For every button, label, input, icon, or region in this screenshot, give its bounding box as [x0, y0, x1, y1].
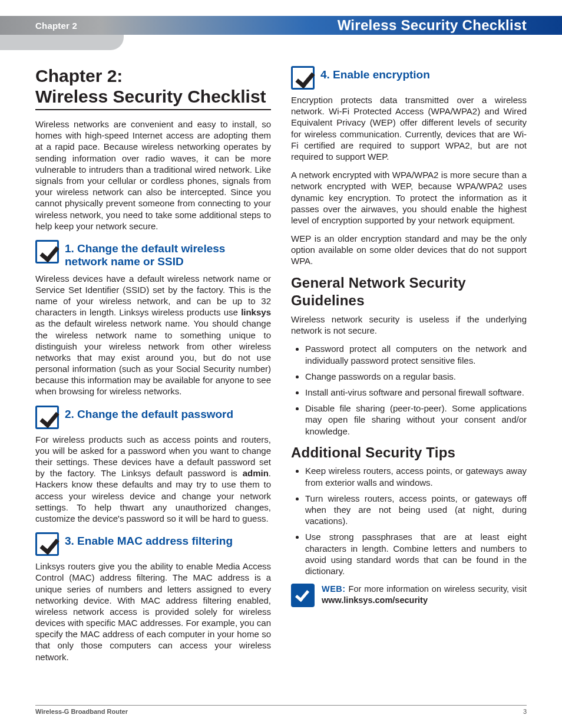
section-4-para-1: Encryption protects data transmitted ove…	[291, 94, 527, 162]
section-2-body: For wireless products such as access poi…	[35, 434, 271, 525]
web-link: www.linksys.com/security	[322, 595, 428, 605]
list-item: Keep wireless routers, access points, or…	[305, 465, 527, 487]
intro-paragraph: Wireless networks are convenient and eas…	[35, 118, 271, 232]
section-4-header: 4. Enable encryption	[291, 66, 527, 90]
page-footer: Wireless-G Broadband Router 3	[35, 705, 527, 715]
web-callout: WEB: For more information on wireless se…	[291, 584, 527, 612]
list-item: Use strong passphrases that are at least…	[305, 531, 527, 577]
list-item: Install anti-virus software and personal…	[305, 387, 527, 398]
footer-page-number: 3	[523, 708, 527, 715]
section-4-title: 4. Enable encryption	[320, 68, 430, 81]
header-chapter-label: Chapter 2	[0, 21, 77, 31]
checkmark-icon	[291, 66, 315, 90]
header-title: Wireless Security Checklist	[338, 17, 562, 34]
general-guidelines-heading: General Network Security Guidelines	[291, 274, 527, 310]
additional-tips-heading: Additional Security Tips	[291, 444, 527, 462]
general-guidelines-intro: Wireless network security is useless if …	[291, 314, 527, 336]
checkmark-icon	[35, 240, 59, 263]
checkmark-icon	[291, 584, 315, 607]
web-text: For more information on wireless securit…	[346, 584, 527, 594]
section-3-header: 3. Enable MAC address filtering	[35, 532, 271, 556]
section-1-body-post: as the default wireless network name. Yo…	[35, 318, 271, 396]
list-item: Change passwords on a regular basis.	[305, 371, 527, 382]
list-item: Turn wireless routers, access points, or…	[305, 493, 527, 527]
footer-product-name: Wireless-G Broadband Router	[35, 708, 128, 715]
section-1-body-pre: Wireless devices have a default wireless…	[35, 274, 271, 318]
general-guidelines-list: Password protect all computers on the ne…	[291, 343, 527, 436]
checkmark-icon	[35, 532, 59, 556]
section-3-title: 3. Enable MAC address filtering	[65, 535, 233, 548]
section-2-header: 2. Change the default password	[35, 406, 271, 429]
page-content: Chapter 2: Wireless Security Checklist W…	[35, 66, 527, 699]
section-1-bold: linksys	[241, 307, 271, 317]
section-2-body-pre: For wireless products such as access poi…	[35, 434, 271, 479]
additional-tips-list: Keep wireless routers, access points, or…	[291, 465, 527, 577]
chapter-heading: Chapter 2: Wireless Security Checklist	[35, 66, 271, 110]
section-4-para-3: WEP is an older encryption standard and …	[291, 233, 527, 267]
checkmark-icon	[35, 406, 59, 429]
section-3-body: Linksys routers give you the ability to …	[35, 561, 271, 663]
section-2-title: 2. Change the default password	[65, 408, 233, 421]
list-item: Disable file sharing (peer-to-peer). Som…	[305, 403, 527, 437]
page-header: Chapter 2 Wireless Security Checklist	[0, 16, 562, 35]
web-callout-text: WEB: For more information on wireless se…	[322, 584, 527, 605]
header-tab-decoration	[0, 35, 124, 50]
section-1-body: Wireless devices have a default wireless…	[35, 273, 271, 397]
web-label: WEB:	[322, 584, 346, 594]
section-1-header: 1. Change the default wireless network n…	[35, 240, 271, 268]
section-2-bold: admin	[243, 468, 269, 478]
section-4-para-2: A network encrypted with WPA/WPA2 is mor…	[291, 169, 527, 226]
section-1-title: 1. Change the default wireless network n…	[65, 242, 271, 268]
list-item: Password protect all computers on the ne…	[305, 343, 527, 365]
